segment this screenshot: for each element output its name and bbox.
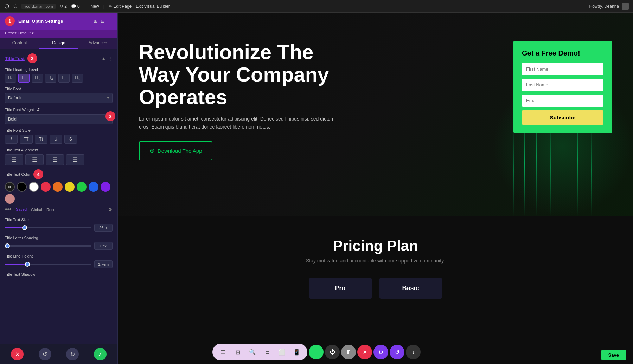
text-size-value[interactable]: 26px [94, 224, 113, 232]
h4-btn[interactable]: H4 [45, 74, 56, 83]
columns-icon[interactable]: ⊟ [101, 18, 105, 24]
black-swatch[interactable] [17, 182, 27, 192]
color-more-btn[interactable]: ••• [5, 206, 12, 213]
h5-btn[interactable]: H5 [58, 74, 70, 83]
toolbar-tablet-btn[interactable]: ⬜ [276, 346, 288, 358]
red-swatch[interactable] [41, 182, 51, 192]
line-height-thumb[interactable] [25, 262, 30, 267]
toolbar-settings-btn[interactable]: ⚙ [373, 345, 388, 359]
user-avatar[interactable] [622, 3, 629, 10]
letter-spacing-track[interactable] [5, 245, 91, 247]
white-swatch[interactable] [29, 182, 39, 192]
section-title: Title Text [5, 56, 25, 61]
basic-card: Basic [379, 278, 442, 299]
h6-btn[interactable]: H6 [72, 74, 83, 83]
strikethrough-btn[interactable]: S [64, 135, 77, 144]
wp-logo-icon[interactable]: ⬡ [4, 3, 9, 9]
h3-btn[interactable]: H3 [32, 74, 43, 83]
color-tab-global[interactable]: Global [31, 208, 42, 212]
color-tab-saved[interactable]: Saved [16, 207, 27, 212]
font-weight-label: Title Font Weight ↺ [5, 107, 113, 112]
align-left-btn[interactable]: ☰ [5, 154, 23, 165]
purple-swatch[interactable] [101, 182, 110, 192]
exit-builder-button[interactable]: Exit Visual Builder [136, 4, 170, 9]
save-button[interactable]: Save [601, 350, 626, 360]
tab-design[interactable]: Design [39, 38, 78, 49]
step-badge-1: 1 [5, 16, 15, 26]
text-size-thumb[interactable] [22, 225, 27, 230]
bottom-toolbar: ☰ ⊞ 🔍 🖥 ⬜ 📱 + ⏻ 🗑 ✕ ⚙ ↺ ↕ [212, 344, 421, 360]
h2-btn[interactable]: H2 [18, 74, 30, 83]
capitalize-btn[interactable]: Tt [35, 135, 47, 144]
subscribe-btn[interactable]: Subscribe [522, 110, 603, 125]
align-justify-btn[interactable]: ☰ [66, 154, 84, 165]
pricing-subtitle: Stay motivated and accountable with our … [139, 258, 612, 264]
first-name-input[interactable] [522, 63, 603, 75]
pink-swatch[interactable] [5, 194, 15, 204]
preset-row[interactable]: Preset: Default ▾ [0, 30, 117, 38]
align-center-btn[interactable]: ☰ [25, 154, 44, 165]
text-color-label: Title Text Color 4 [5, 169, 113, 179]
fullscreen-icon[interactable]: ⊞ [94, 18, 98, 24]
uppercase-btn[interactable]: TT [20, 135, 33, 144]
italic-btn[interactable]: I [5, 135, 18, 144]
hero-title: Revolutionize The Way Your Company Opera… [139, 41, 350, 108]
color-tabs-row: ••• Saved Global Recent ⚙ [5, 206, 113, 213]
undo-btn[interactable]: ↺ [39, 348, 51, 360]
update-counter[interactable]: ↺ 2 [60, 4, 67, 9]
custom-color-swatch[interactable]: ✏ [5, 182, 15, 192]
redo-btn[interactable]: ↻ [66, 348, 79, 360]
text-size-track[interactable] [5, 227, 91, 228]
underline-btn[interactable]: U [50, 135, 62, 144]
color-settings-icon[interactable]: ⚙ [108, 207, 113, 212]
letter-spacing-label: Title Letter Spacing [5, 236, 113, 240]
green-swatch[interactable] [77, 182, 87, 192]
toolbar-menu-btn[interactable]: ☰ [217, 346, 229, 358]
new-button[interactable]: New [91, 4, 99, 9]
reset-weight-icon[interactable]: ↺ [36, 107, 40, 112]
email-input[interactable] [522, 95, 603, 107]
align-right-btn[interactable]: ☰ [46, 154, 64, 165]
close-panel-btn[interactable]: ✕ [11, 348, 24, 360]
font-select[interactable]: Default [5, 93, 113, 103]
toolbar-modules-btn[interactable]: ⊞ [231, 346, 244, 358]
h1-btn[interactable]: H1 [5, 74, 16, 83]
line-height-value[interactable]: 1.7em [94, 260, 113, 268]
line-height-slider-row: 1.7em [5, 260, 113, 268]
download-app-btn[interactable]: ⊕ Download The App [139, 141, 212, 160]
more-options-icon[interactable]: ⋮ [108, 18, 113, 24]
letter-spacing-thumb[interactable] [5, 243, 10, 248]
toolbar-mobile-btn[interactable]: 📱 [290, 346, 303, 358]
step-badge-4: 4 [33, 169, 43, 179]
tab-content[interactable]: Content [0, 38, 39, 49]
last-name-input[interactable] [522, 79, 603, 91]
toolbar-close-btn[interactable]: ✕ [357, 345, 372, 359]
toolbar-add-btn[interactable]: + [309, 345, 324, 359]
toolbar-desktop-btn[interactable]: 🖥 [261, 346, 274, 358]
section-controls: ▲ ⋮ [101, 56, 113, 61]
toolbar-wireframe-btn[interactable]: ↕ [406, 345, 421, 359]
toolbar-history-btn[interactable]: ↺ [390, 345, 404, 359]
toolbar-search-btn[interactable]: 🔍 [246, 346, 259, 358]
confirm-btn[interactable]: ✓ [94, 348, 107, 360]
letter-spacing-value[interactable]: 0px [94, 242, 113, 250]
collapse-icon[interactable]: ▲ [101, 56, 106, 61]
toolbar-power-btn[interactable]: ⏻ [325, 345, 340, 359]
hero-content: Revolutionize The Way Your Company Opera… [139, 41, 350, 160]
section-more-icon[interactable]: ⋮ [108, 56, 113, 61]
site-health-icon[interactable]: ⬡ [13, 4, 17, 9]
orange-swatch[interactable] [53, 182, 63, 192]
toolbar-trash-btn[interactable]: 🗑 [341, 345, 356, 359]
tab-advanced[interactable]: Advanced [78, 38, 117, 49]
font-weight-row: 3 [5, 114, 113, 124]
download-icon: ⊕ [149, 147, 155, 155]
panel-title: Email Optin Settings [18, 19, 63, 24]
comment-counter[interactable]: 💬 0 [71, 4, 80, 9]
font-weight-input[interactable] [5, 114, 113, 124]
edit-page-button[interactable]: ✏ Edit Page [109, 4, 132, 9]
color-tab-recent[interactable]: Recent [46, 208, 59, 212]
topbar: ⬡ ⬡ yourdomain.com ↺ 2 💬 0 + New | ✏ Edi… [0, 0, 633, 13]
yellow-swatch[interactable] [65, 182, 75, 192]
line-height-track[interactable] [5, 264, 91, 265]
blue-swatch[interactable] [89, 182, 98, 192]
